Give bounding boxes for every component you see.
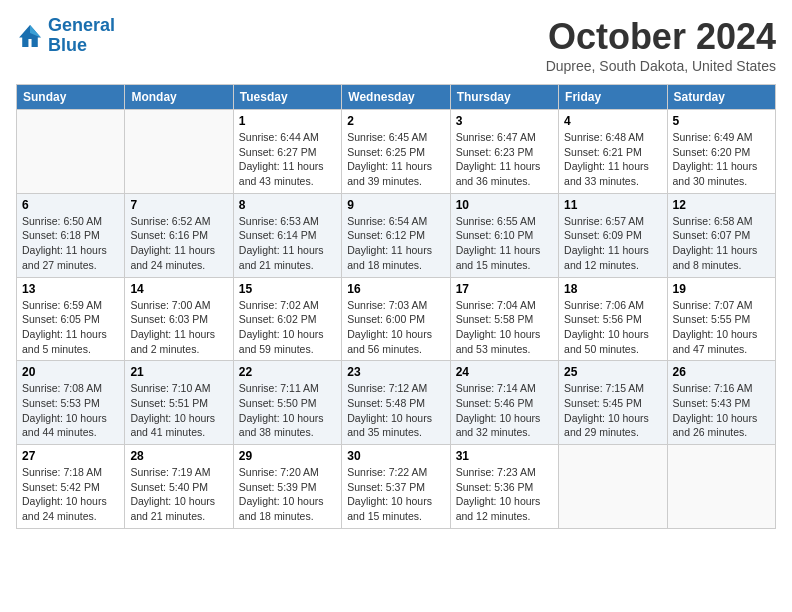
calendar-cell: 29Sunrise: 7:20 AM Sunset: 5:39 PM Dayli…: [233, 445, 341, 529]
day-number: 25: [564, 365, 661, 379]
day-number: 3: [456, 114, 553, 128]
day-detail: Sunrise: 7:20 AM Sunset: 5:39 PM Dayligh…: [239, 465, 336, 524]
calendar-cell: 26Sunrise: 7:16 AM Sunset: 5:43 PM Dayli…: [667, 361, 775, 445]
calendar-cell: [667, 445, 775, 529]
day-number: 17: [456, 282, 553, 296]
calendar-header-row: SundayMondayTuesdayWednesdayThursdayFrid…: [17, 85, 776, 110]
day-number: 5: [673, 114, 770, 128]
calendar-cell: 28Sunrise: 7:19 AM Sunset: 5:40 PM Dayli…: [125, 445, 233, 529]
calendar-cell: 4Sunrise: 6:48 AM Sunset: 6:21 PM Daylig…: [559, 110, 667, 194]
day-number: 13: [22, 282, 119, 296]
day-number: 11: [564, 198, 661, 212]
calendar-cell: 31Sunrise: 7:23 AM Sunset: 5:36 PM Dayli…: [450, 445, 558, 529]
day-detail: Sunrise: 7:10 AM Sunset: 5:51 PM Dayligh…: [130, 381, 227, 440]
day-number: 21: [130, 365, 227, 379]
calendar-week-row: 27Sunrise: 7:18 AM Sunset: 5:42 PM Dayli…: [17, 445, 776, 529]
day-detail: Sunrise: 6:57 AM Sunset: 6:09 PM Dayligh…: [564, 214, 661, 273]
day-detail: Sunrise: 7:19 AM Sunset: 5:40 PM Dayligh…: [130, 465, 227, 524]
month-title: October 2024: [546, 16, 776, 58]
day-number: 14: [130, 282, 227, 296]
day-detail: Sunrise: 7:07 AM Sunset: 5:55 PM Dayligh…: [673, 298, 770, 357]
day-number: 22: [239, 365, 336, 379]
calendar-cell: [559, 445, 667, 529]
day-detail: Sunrise: 7:18 AM Sunset: 5:42 PM Dayligh…: [22, 465, 119, 524]
calendar-cell: 10Sunrise: 6:55 AM Sunset: 6:10 PM Dayli…: [450, 193, 558, 277]
day-number: 4: [564, 114, 661, 128]
day-number: 18: [564, 282, 661, 296]
day-detail: Sunrise: 7:22 AM Sunset: 5:37 PM Dayligh…: [347, 465, 444, 524]
calendar-cell: 14Sunrise: 7:00 AM Sunset: 6:03 PM Dayli…: [125, 277, 233, 361]
day-detail: Sunrise: 7:03 AM Sunset: 6:00 PM Dayligh…: [347, 298, 444, 357]
day-detail: Sunrise: 6:47 AM Sunset: 6:23 PM Dayligh…: [456, 130, 553, 189]
day-detail: Sunrise: 7:02 AM Sunset: 6:02 PM Dayligh…: [239, 298, 336, 357]
calendar-cell: 15Sunrise: 7:02 AM Sunset: 6:02 PM Dayli…: [233, 277, 341, 361]
day-detail: Sunrise: 6:50 AM Sunset: 6:18 PM Dayligh…: [22, 214, 119, 273]
day-detail: Sunrise: 6:44 AM Sunset: 6:27 PM Dayligh…: [239, 130, 336, 189]
day-detail: Sunrise: 7:06 AM Sunset: 5:56 PM Dayligh…: [564, 298, 661, 357]
day-detail: Sunrise: 7:11 AM Sunset: 5:50 PM Dayligh…: [239, 381, 336, 440]
day-detail: Sunrise: 7:00 AM Sunset: 6:03 PM Dayligh…: [130, 298, 227, 357]
calendar-cell: 19Sunrise: 7:07 AM Sunset: 5:55 PM Dayli…: [667, 277, 775, 361]
calendar-cell: 17Sunrise: 7:04 AM Sunset: 5:58 PM Dayli…: [450, 277, 558, 361]
day-number: 6: [22, 198, 119, 212]
calendar-week-row: 1Sunrise: 6:44 AM Sunset: 6:27 PM Daylig…: [17, 110, 776, 194]
calendar-body: 1Sunrise: 6:44 AM Sunset: 6:27 PM Daylig…: [17, 110, 776, 529]
day-number: 24: [456, 365, 553, 379]
calendar-cell: 18Sunrise: 7:06 AM Sunset: 5:56 PM Dayli…: [559, 277, 667, 361]
calendar-cell: 22Sunrise: 7:11 AM Sunset: 5:50 PM Dayli…: [233, 361, 341, 445]
day-detail: Sunrise: 6:54 AM Sunset: 6:12 PM Dayligh…: [347, 214, 444, 273]
day-detail: Sunrise: 7:12 AM Sunset: 5:48 PM Dayligh…: [347, 381, 444, 440]
weekday-header-wednesday: Wednesday: [342, 85, 450, 110]
day-number: 7: [130, 198, 227, 212]
day-number: 12: [673, 198, 770, 212]
day-detail: Sunrise: 7:23 AM Sunset: 5:36 PM Dayligh…: [456, 465, 553, 524]
calendar-cell: 21Sunrise: 7:10 AM Sunset: 5:51 PM Dayli…: [125, 361, 233, 445]
calendar-cell: [17, 110, 125, 194]
day-number: 16: [347, 282, 444, 296]
day-number: 10: [456, 198, 553, 212]
calendar-week-row: 6Sunrise: 6:50 AM Sunset: 6:18 PM Daylig…: [17, 193, 776, 277]
calendar-cell: 5Sunrise: 6:49 AM Sunset: 6:20 PM Daylig…: [667, 110, 775, 194]
calendar-cell: 27Sunrise: 7:18 AM Sunset: 5:42 PM Dayli…: [17, 445, 125, 529]
weekday-header-friday: Friday: [559, 85, 667, 110]
calendar-week-row: 13Sunrise: 6:59 AM Sunset: 6:05 PM Dayli…: [17, 277, 776, 361]
day-number: 28: [130, 449, 227, 463]
day-detail: Sunrise: 7:14 AM Sunset: 5:46 PM Dayligh…: [456, 381, 553, 440]
weekday-header-sunday: Sunday: [17, 85, 125, 110]
day-number: 19: [673, 282, 770, 296]
day-number: 29: [239, 449, 336, 463]
day-detail: Sunrise: 6:59 AM Sunset: 6:05 PM Dayligh…: [22, 298, 119, 357]
day-number: 15: [239, 282, 336, 296]
calendar-cell: 8Sunrise: 6:53 AM Sunset: 6:14 PM Daylig…: [233, 193, 341, 277]
day-number: 26: [673, 365, 770, 379]
weekday-header-saturday: Saturday: [667, 85, 775, 110]
day-detail: Sunrise: 6:55 AM Sunset: 6:10 PM Dayligh…: [456, 214, 553, 273]
day-number: 2: [347, 114, 444, 128]
calendar-cell: 7Sunrise: 6:52 AM Sunset: 6:16 PM Daylig…: [125, 193, 233, 277]
page-header: General Blue October 2024 Dupree, South …: [16, 16, 776, 74]
calendar-cell: 16Sunrise: 7:03 AM Sunset: 6:00 PM Dayli…: [342, 277, 450, 361]
day-number: 23: [347, 365, 444, 379]
calendar-cell: 9Sunrise: 6:54 AM Sunset: 6:12 PM Daylig…: [342, 193, 450, 277]
day-number: 8: [239, 198, 336, 212]
day-detail: Sunrise: 7:16 AM Sunset: 5:43 PM Dayligh…: [673, 381, 770, 440]
weekday-header-monday: Monday: [125, 85, 233, 110]
calendar-cell: 2Sunrise: 6:45 AM Sunset: 6:25 PM Daylig…: [342, 110, 450, 194]
calendar-cell: 6Sunrise: 6:50 AM Sunset: 6:18 PM Daylig…: [17, 193, 125, 277]
day-number: 31: [456, 449, 553, 463]
logo-text: General Blue: [48, 16, 115, 56]
day-number: 9: [347, 198, 444, 212]
calendar-cell: 25Sunrise: 7:15 AM Sunset: 5:45 PM Dayli…: [559, 361, 667, 445]
title-block: October 2024 Dupree, South Dakota, Unite…: [546, 16, 776, 74]
calendar-cell: 11Sunrise: 6:57 AM Sunset: 6:09 PM Dayli…: [559, 193, 667, 277]
day-detail: Sunrise: 6:53 AM Sunset: 6:14 PM Dayligh…: [239, 214, 336, 273]
weekday-header-thursday: Thursday: [450, 85, 558, 110]
day-detail: Sunrise: 7:04 AM Sunset: 5:58 PM Dayligh…: [456, 298, 553, 357]
logo-icon: [16, 22, 44, 50]
day-detail: Sunrise: 7:08 AM Sunset: 5:53 PM Dayligh…: [22, 381, 119, 440]
calendar-cell: 30Sunrise: 7:22 AM Sunset: 5:37 PM Dayli…: [342, 445, 450, 529]
weekday-header-tuesday: Tuesday: [233, 85, 341, 110]
calendar-cell: 12Sunrise: 6:58 AM Sunset: 6:07 PM Dayli…: [667, 193, 775, 277]
calendar-cell: 20Sunrise: 7:08 AM Sunset: 5:53 PM Dayli…: [17, 361, 125, 445]
logo-line2: Blue: [48, 36, 115, 56]
